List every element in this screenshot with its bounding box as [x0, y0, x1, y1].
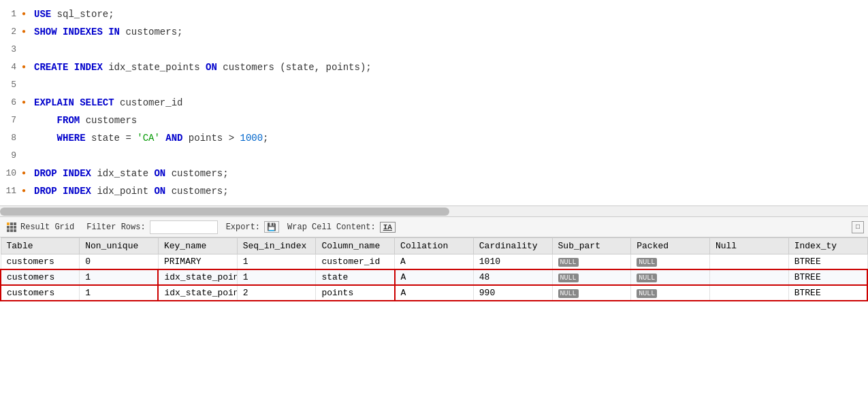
- table-cell: NULL: [552, 269, 631, 285]
- table-cell: 0: [80, 254, 159, 270]
- result-grid-button[interactable]: Result Grid: [4, 221, 77, 233]
- table-cell: NULL: [552, 285, 631, 301]
- wrap-cell-label: Wrap Cell Content:: [287, 222, 376, 232]
- table-cell: 1: [80, 285, 159, 301]
- line-dot: ●: [19, 5, 29, 23]
- line-dot: ●: [19, 182, 29, 200]
- code-line-2: 2●SHOW INDEXES IN customers;: [0, 23, 868, 41]
- code-line-9: 9: [0, 147, 868, 165]
- column-header-null: Null: [709, 238, 788, 254]
- table-cell: NULL: [631, 285, 710, 301]
- code-line-4: 4●CREATE INDEX idx_state_points ON custo…: [0, 59, 868, 76]
- table-row: customers1idx_state_points1stateA48NULLN…: [1, 269, 867, 285]
- table-row: customers1idx_state_points2pointsA990NUL…: [1, 285, 867, 301]
- line-number: 11: [0, 182, 19, 200]
- table-cell: 48: [473, 269, 552, 285]
- line-content: EXPLAIN SELECT customer_id: [29, 94, 868, 112]
- line-content: FROM customers: [29, 112, 868, 129]
- table-cell: A: [395, 254, 474, 270]
- table-cell: customer_id: [316, 254, 395, 270]
- table-cell: BTREE: [788, 254, 867, 270]
- line-number: 3: [0, 41, 19, 59]
- table-row: customers0PRIMARY1customer_idA1010NULLNU…: [1, 254, 867, 270]
- column-header-column_name: Column_name: [316, 238, 395, 254]
- table-cell: 1: [80, 269, 159, 285]
- table-cell: points: [316, 285, 395, 301]
- table-cell: idx_state_points: [158, 285, 237, 301]
- line-number: 6: [0, 94, 19, 112]
- horizontal-scrollbar[interactable]: [0, 206, 868, 217]
- export-icon[interactable]: 💾: [264, 221, 279, 233]
- filter-rows-label: Filter Rows:: [86, 222, 145, 232]
- column-header-cardinality: Cardinality: [473, 238, 552, 254]
- line-number: 2: [0, 23, 19, 41]
- code-editor: 1●USE sql_store;2●SHOW INDEXES IN custom…: [0, 0, 868, 206]
- code-line-8: 8 WHERE state = 'CA' AND points > 1000;: [0, 129, 868, 147]
- line-number: 9: [0, 147, 19, 165]
- table-cell: 990: [473, 285, 552, 301]
- line-number: 7: [0, 112, 19, 129]
- line-content: WHERE state = 'CA' AND points > 1000;: [29, 129, 868, 147]
- table-cell: state: [316, 269, 395, 285]
- line-dot: ●: [19, 94, 29, 112]
- table-cell: customers: [1, 269, 80, 285]
- code-line-10: 10●DROP INDEX idx_state ON customers;: [0, 165, 868, 182]
- line-content: CREATE INDEX idx_state_points ON custome…: [29, 59, 868, 76]
- code-line-11: 11●DROP INDEX idx_point ON customers;: [0, 182, 868, 200]
- line-dot: ●: [19, 23, 29, 41]
- table-cell: customers: [1, 254, 80, 270]
- result-grid-label: Result Grid: [20, 222, 74, 232]
- result-table: TableNon_uniqueKey_nameSeq_in_indexColum…: [0, 237, 868, 301]
- scrollbar-thumb[interactable]: [0, 208, 449, 216]
- column-header-packed: Packed: [631, 238, 710, 254]
- line-dot: ●: [19, 165, 29, 182]
- expand-button[interactable]: □: [852, 221, 864, 233]
- table-cell: 2: [237, 285, 316, 301]
- line-number: 4: [0, 59, 19, 76]
- column-header-key_name: Key_name: [158, 238, 237, 254]
- code-line-5: 5: [0, 76, 868, 94]
- table-cell: A: [395, 269, 474, 285]
- line-number: 1: [0, 5, 19, 23]
- table-cell: [709, 254, 788, 270]
- column-header-index_ty: Index_ty: [788, 238, 867, 254]
- line-content: DROP INDEX idx_state ON customers;: [29, 165, 868, 182]
- column-header-seq_in_index: Seq_in_index: [237, 238, 316, 254]
- line-content: USE sql_store;: [29, 5, 868, 23]
- table-cell: 1010: [473, 254, 552, 270]
- code-line-6: 6●EXPLAIN SELECT customer_id: [0, 94, 868, 112]
- line-dot: ●: [19, 59, 29, 76]
- table-cell: 1: [237, 254, 316, 270]
- line-number: 8: [0, 129, 19, 147]
- column-header-table: Table: [1, 238, 80, 254]
- line-content: DROP INDEX idx_point ON customers;: [29, 182, 868, 200]
- column-header-non_unique: Non_unique: [80, 238, 159, 254]
- grid-icon: [7, 222, 16, 232]
- code-line-7: 7 FROM customers: [0, 112, 868, 129]
- table-cell: NULL: [631, 254, 710, 270]
- table-cell: BTREE: [788, 269, 867, 285]
- table-cell: NULL: [631, 269, 710, 285]
- table-cell: NULL: [552, 254, 631, 270]
- export-label: Export:: [226, 222, 260, 232]
- table-cell: 1: [237, 269, 316, 285]
- line-content: SHOW INDEXES IN customers;: [29, 23, 868, 41]
- table-cell: PRIMARY: [158, 254, 237, 270]
- result-table-wrapper: TableNon_uniqueKey_nameSeq_in_indexColum…: [0, 237, 868, 413]
- filter-rows-input[interactable]: [150, 220, 218, 234]
- table-cell: idx_state_points: [158, 269, 237, 285]
- table-cell: [709, 269, 788, 285]
- table-cell: customers: [1, 285, 80, 301]
- wrap-cell-icon[interactable]: IA: [380, 222, 396, 233]
- code-line-1: 1●USE sql_store;: [0, 5, 868, 23]
- column-header-sub_part: Sub_part: [552, 238, 631, 254]
- table-cell: A: [395, 285, 474, 301]
- line-number: 10: [0, 165, 19, 182]
- result-toolbar: Result Grid Filter Rows: Export: 💾 Wrap …: [0, 217, 868, 237]
- table-cell: BTREE: [788, 285, 867, 301]
- code-line-3: 3: [0, 41, 868, 59]
- line-number: 5: [0, 76, 19, 94]
- column-header-collation: Collation: [395, 238, 474, 254]
- table-cell: [709, 285, 788, 301]
